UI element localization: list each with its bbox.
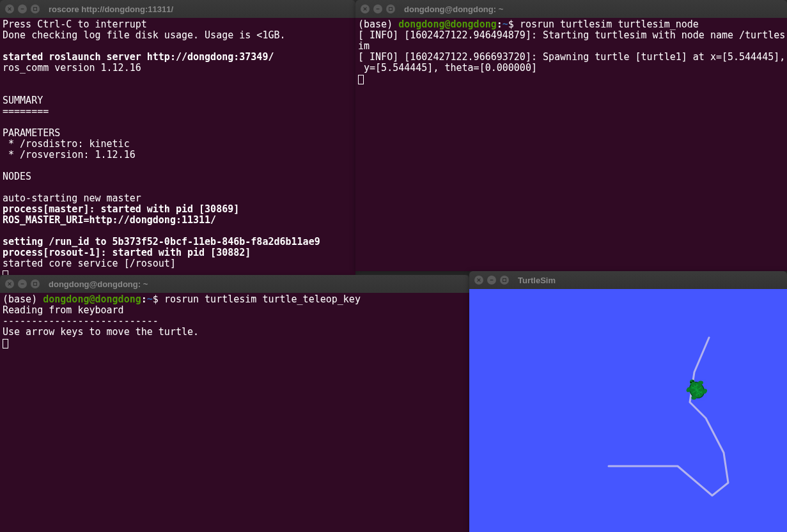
terminal-line: ROS_MASTER_URI=http://dongdong:11311/ <box>3 215 353 226</box>
cursor <box>3 270 8 275</box>
terminal-body[interactable]: (base) dongdong@dongdong:~$ rosrun turtl… <box>355 18 787 271</box>
terminal-line: [ INFO] [1602427122.966693720]: Spawning… <box>358 52 784 63</box>
window-controls <box>474 276 509 285</box>
cursor <box>358 75 364 84</box>
terminal-line: Press Ctrl-C to interrupt <box>3 19 353 30</box>
close-icon[interactable] <box>5 279 14 288</box>
window-controls <box>5 279 40 288</box>
minimize-icon[interactable] <box>487 276 496 285</box>
window-controls <box>361 4 395 13</box>
prompt-path: ~ <box>503 19 508 30</box>
prompt-base: (base) <box>358 19 398 30</box>
window-title: TurtleSim <box>518 276 556 285</box>
terminal-line <box>3 41 353 52</box>
terminal-line: --------------------------- <box>3 316 467 327</box>
terminal-line: Done checking log file disk usage. Usage… <box>3 30 353 41</box>
terminal-body[interactable]: Press Ctrl-C to interruptDone checking l… <box>0 18 355 275</box>
minimize-icon[interactable] <box>18 279 27 288</box>
prompt-base: (base) <box>3 293 43 305</box>
turtlesim-window: TurtleSim <box>469 271 787 532</box>
cursor <box>3 339 8 348</box>
terminal-line: auto-starting new master <box>3 193 353 204</box>
svg-rect-0 <box>34 8 37 11</box>
turtle-path <box>469 289 787 532</box>
terminal-line: [ INFO] [1602427122.946494879]: Starting… <box>358 30 784 41</box>
svg-point-9 <box>698 380 703 384</box>
prompt-dollar: $ <box>153 293 164 305</box>
terminal-line: process[rosout-1]: started with pid [308… <box>3 247 353 258</box>
window-title: dongdong@dongdong: ~ <box>49 279 148 289</box>
roscore-window: roscore http://dongdong:11311/ Press Ctr… <box>0 0 355 275</box>
prompt-dollar: $ <box>508 19 520 30</box>
terminal-line <box>3 182 353 193</box>
terminal-line: im <box>358 41 784 52</box>
prompt-userhost: dongdong@dongdong <box>398 19 497 30</box>
terminal-line: * /rosdistro: kinetic <box>3 139 353 150</box>
terminal-line: y=[5.544445], theta=[0.000000] <box>358 63 784 74</box>
terminal-line <box>3 74 353 84</box>
terminal-line <box>3 226 353 237</box>
terminal-line: started core service [/rosout] <box>3 258 353 269</box>
terminal-line: Use arrow keys to move the turtle. <box>3 327 467 338</box>
close-icon[interactable] <box>5 4 14 13</box>
maximize-icon[interactable] <box>31 4 40 13</box>
window-title: dongdong@dongdong: ~ <box>404 4 503 14</box>
titlebar[interactable]: dongdong@dongdong: ~ <box>355 0 787 18</box>
prompt-line: (base) dongdong@dongdong:~$ rosrun turtl… <box>358 19 784 30</box>
command-text: rosrun turtlesim turtle_teleop_key <box>164 293 361 305</box>
turtlesim-canvas[interactable] <box>469 289 787 532</box>
minimize-icon[interactable] <box>373 4 382 13</box>
terminal-line: * /rosversion: 1.12.16 <box>3 150 353 160</box>
terminal-line <box>3 160 353 171</box>
turtlesim-node-terminal: dongdong@dongdong: ~ (base) dongdong@don… <box>355 0 787 271</box>
terminal-line: started roslaunch server http://dongdong… <box>3 52 353 63</box>
close-icon[interactable] <box>474 276 483 285</box>
terminal-line <box>3 117 353 128</box>
svg-rect-1 <box>389 8 393 11</box>
titlebar[interactable]: roscore http://dongdong:11311/ <box>0 0 355 18</box>
svg-rect-3 <box>503 279 506 282</box>
prompt-sep: : <box>497 19 503 30</box>
svg-point-10 <box>691 396 696 400</box>
window-controls <box>5 4 40 13</box>
maximize-icon[interactable] <box>386 4 395 13</box>
close-icon[interactable] <box>361 4 370 13</box>
titlebar[interactable]: dongdong@dongdong: ~ <box>0 275 469 293</box>
window-title: roscore http://dongdong:11311/ <box>49 4 173 14</box>
terminal-line: ======== <box>3 106 353 117</box>
teleop-terminal: dongdong@dongdong: ~ (base) dongdong@don… <box>0 275 469 532</box>
terminal-line <box>3 84 353 95</box>
maximize-icon[interactable] <box>500 276 509 285</box>
terminal-body[interactable]: (base) dongdong@dongdong:~$ rosrun turtl… <box>0 293 469 532</box>
prompt-userhost: dongdong@dongdong <box>43 293 141 305</box>
prompt-line: (base) dongdong@dongdong:~$ rosrun turtl… <box>3 294 467 305</box>
svg-rect-2 <box>34 283 37 286</box>
command-text: rosrun turtlesim turtlesim_node <box>520 19 699 30</box>
terminal-line: process[master]: started with pid [30869… <box>3 204 353 215</box>
terminal-line: PARAMETERS <box>3 128 353 139</box>
minimize-icon[interactable] <box>18 4 27 13</box>
terminal-line: NODES <box>3 171 353 182</box>
terminal-line: Reading from keyboard <box>3 305 467 316</box>
titlebar[interactable]: TurtleSim <box>469 271 787 289</box>
prompt-sep: : <box>141 293 147 305</box>
maximize-icon[interactable] <box>31 279 40 288</box>
terminal-line: setting /run_id to 5b373f52-0bcf-11eb-84… <box>3 237 353 247</box>
terminal-line: SUMMARY <box>3 95 353 106</box>
prompt-path: ~ <box>147 293 153 305</box>
terminal-line: ros_comm version 1.12.16 <box>3 63 353 74</box>
